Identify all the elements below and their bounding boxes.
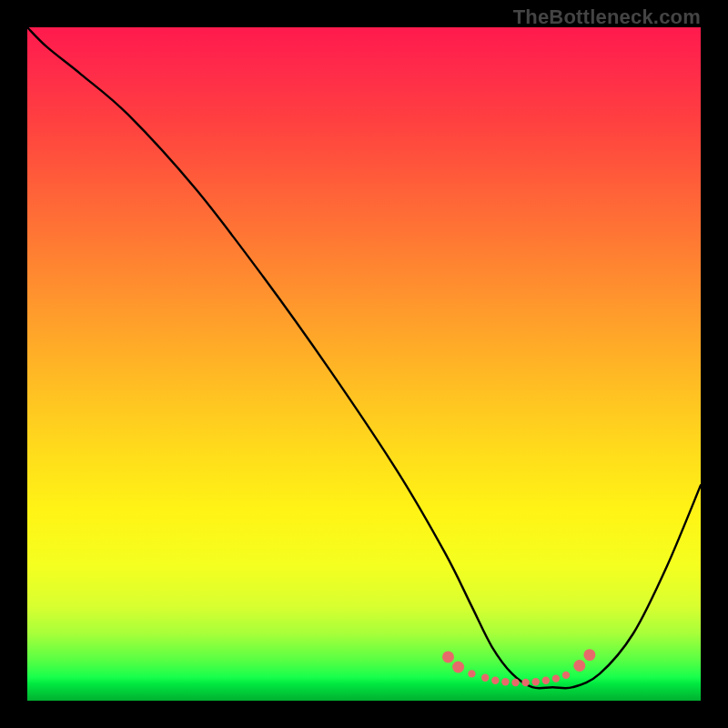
marker-dot	[562, 672, 570, 679]
watermark-text: TheBottleneck.com	[513, 5, 701, 29]
marker-dot	[521, 679, 529, 686]
marker-dot	[442, 651, 454, 662]
marker-dot	[573, 660, 585, 672]
bottleneck-svg	[27, 27, 701, 701]
marker-dot	[511, 679, 519, 686]
flat-region-markers	[442, 649, 595, 686]
marker-dot	[468, 670, 475, 677]
plot-area	[27, 27, 701, 701]
marker-dot	[532, 678, 540, 685]
marker-dot	[481, 674, 489, 682]
marker-dot	[583, 649, 595, 661]
marker-dot	[491, 677, 499, 684]
bottleneck-curve	[27, 27, 701, 688]
marker-dot	[501, 678, 509, 685]
marker-dot	[542, 677, 550, 684]
chart-frame: TheBottleneck.com	[0, 0, 728, 728]
marker-dot	[552, 674, 560, 682]
marker-dot	[452, 662, 464, 673]
